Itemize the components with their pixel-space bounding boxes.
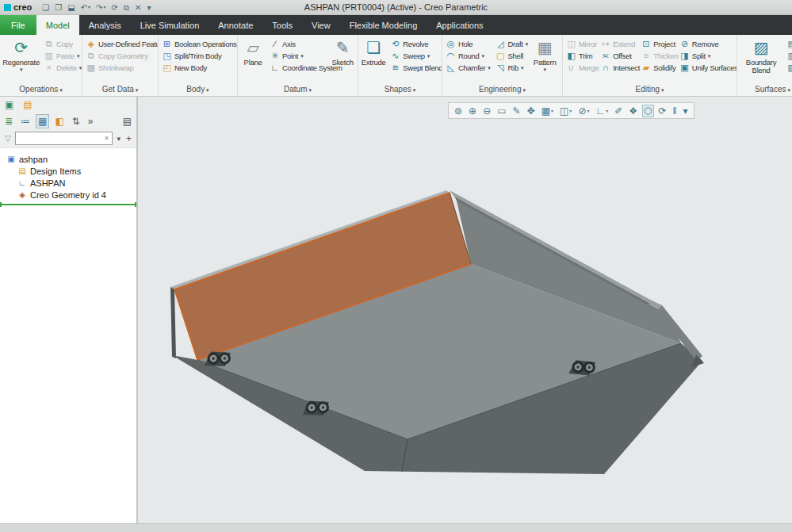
zoom-out-icon[interactable]: ⊖	[482, 105, 492, 117]
solidify-button[interactable]: ▰Solidify	[639, 63, 677, 73]
display-style-icon[interactable]: ◫▾	[559, 105, 572, 117]
shapes-group-label[interactable]: Shapes ▾	[358, 84, 442, 96]
editing-group-label[interactable]: Editing ▾	[563, 84, 737, 96]
tree-item-ashpan[interactable]: ▣ashpan	[0, 153, 136, 165]
coordinate-system-button[interactable]: ∟Coordinate System	[268, 63, 327, 73]
clear-filter-icon[interactable]: ×	[103, 134, 111, 143]
folder-browser-icon[interactable]: ▤	[21, 98, 33, 111]
refit-icon[interactable]: ▭	[496, 105, 507, 117]
boundary-blend-button[interactable]: ▨Boundary Blend	[739, 36, 783, 75]
intersect-button[interactable]: ∩Intersect	[599, 63, 638, 73]
appearance-gallery-icon[interactable]: ❖	[628, 105, 638, 117]
tab-view[interactable]: View	[302, 15, 340, 35]
copy-button[interactable]: ⧉Copy	[42, 39, 80, 49]
section-icon[interactable]: ⊘▾	[577, 105, 590, 117]
delete-button[interactable]: ×Delete▾	[42, 63, 80, 73]
open-file-icon[interactable]: ❐	[52, 1, 64, 14]
annotation-display-icon[interactable]: ✐	[614, 105, 623, 117]
plane-button[interactable]: ▱Plane	[239, 36, 266, 67]
new-body-button[interactable]: ◰New Body	[160, 63, 235, 73]
shell-button[interactable]: ▢Shell	[494, 51, 530, 61]
body-group-label[interactable]: Body ▾	[159, 84, 237, 96]
tree-item-ashpan[interactable]: ∟ASHPAN	[0, 177, 136, 189]
filter-funnel-icon[interactable]: ▽	[3, 132, 13, 145]
collapse-expand-icon[interactable]: ⇅	[71, 115, 82, 128]
spin-center-icon[interactable]: ✥	[526, 105, 536, 117]
tree-display-icon[interactable]: ▦	[36, 115, 48, 128]
qat-customize-icon[interactable]: ▾	[144, 1, 153, 14]
redo-icon[interactable]: ↷▾	[94, 1, 108, 14]
pattern-button[interactable]: ▦Pattern▾	[531, 36, 559, 73]
tab-model[interactable]: Model	[36, 15, 79, 35]
thicken-button[interactable]: ≡Thicken	[639, 51, 677, 61]
tab-analysis[interactable]: Analysis	[79, 15, 131, 35]
add-filter-icon[interactable]: +	[124, 133, 133, 144]
datum-group-label[interactable]: Datum ▾	[238, 84, 358, 96]
mirror-button[interactable]: ◫Mirror	[564, 39, 598, 49]
shrinkwrap-button[interactable]: ▩Shrinkwrap	[84, 63, 156, 73]
datum-display-icon[interactable]: ∟▾	[595, 105, 609, 117]
surface-tool-icon-button[interactable]: ▤	[785, 39, 792, 49]
save-icon[interactable]: ⬓	[65, 1, 77, 14]
zoom-window-icon[interactable]: ⊚	[453, 105, 463, 117]
tree-columns-icon[interactable]: ≔	[19, 115, 32, 128]
surface-tool-icon-button[interactable]: ▧	[785, 63, 792, 73]
unify-surfaces-button[interactable]: ▣Unify Surfaces	[678, 63, 735, 73]
paste-button[interactable]: ▥Paste▾	[42, 51, 80, 61]
rib-button[interactable]: ◹Rib▾	[494, 63, 530, 73]
revolve-button[interactable]: ⟲Revolve	[388, 39, 440, 49]
tab-file[interactable]: File	[0, 15, 36, 35]
window-settings-icon[interactable]: ⧉	[121, 1, 132, 14]
tab-flexible-modeling[interactable]: Flexible Modeling	[340, 15, 427, 35]
sweep-button[interactable]: ∿Sweep▾	[388, 51, 440, 61]
round-button[interactable]: ◠Round▾	[444, 51, 492, 61]
more-options-icon[interactable]: »	[86, 115, 95, 128]
model-canvas[interactable]	[138, 97, 792, 523]
chamfer-button[interactable]: ◺Chamfer▾	[444, 63, 492, 73]
project-button[interactable]: ⊡Project	[639, 39, 677, 49]
merge-button[interactable]: ∪Merge	[564, 63, 598, 73]
tab-live-simulation[interactable]: Live Simulation	[131, 15, 209, 35]
perspective-view-icon[interactable]: ⬡	[643, 105, 652, 117]
get-data-group-label[interactable]: Get Data ▾	[82, 84, 158, 96]
point-button[interactable]: ✳Point▾	[268, 51, 327, 61]
hole-button[interactable]: ◎Hole	[444, 39, 492, 49]
highlight-geometry-icon[interactable]: ◧	[53, 115, 65, 128]
draft-button[interactable]: ◿Draft▾	[494, 39, 530, 49]
saved-orientations-icon[interactable]: ▦▾	[541, 105, 554, 117]
model-tree-tab-icon[interactable]: ▣	[3, 98, 15, 111]
offset-button[interactable]: ≍Offset	[599, 51, 638, 61]
surfaces-group-label[interactable]: Surfaces ▾	[737, 84, 792, 96]
regenerate-small-icon[interactable]: ⟳	[109, 1, 120, 14]
close-window-icon[interactable]: ✕	[132, 1, 143, 14]
tab-applications[interactable]: Applications	[427, 15, 492, 35]
engineering-group-label[interactable]: Engineering ▾	[442, 84, 562, 96]
tree-insert-indicator[interactable]	[0, 204, 136, 205]
remove-button[interactable]: ⊘Remove	[678, 39, 735, 49]
pan-left-edge-face[interactable]	[170, 287, 176, 358]
more-tools-icon[interactable]: ▾	[683, 105, 689, 117]
split-trim-body-button[interactable]: ◳Split/Trim Body	[160, 51, 235, 61]
repaint-icon[interactable]: ✎	[512, 105, 522, 117]
tree-filter-input[interactable]	[17, 134, 103, 143]
surface-tool-icon-button[interactable]: ▥	[785, 51, 792, 61]
undo-icon[interactable]: ↶▾	[78, 1, 93, 14]
graphics-area[interactable]: ⊚⊕⊖▭✎✥▦▾◫▾⊘▾∟▾✐❖⬡⟳‖▾	[138, 97, 792, 523]
zoom-in-icon[interactable]: ⊕	[468, 105, 477, 117]
trim-button[interactable]: ◧Trim	[564, 51, 598, 61]
split-button[interactable]: ◨Split▾	[678, 51, 735, 61]
tree-item-design-items[interactable]: ▤Design Items	[0, 165, 136, 177]
refresh-icon[interactable]: ⟳	[658, 105, 668, 117]
copy-geometry-button[interactable]: ⧉Copy Geometry	[84, 51, 156, 61]
boolean-operations-button[interactable]: ⊞Boolean Operations	[160, 39, 235, 49]
sketch-button[interactable]: ✎Sketch	[329, 36, 356, 67]
extend-button[interactable]: ↦Extend	[599, 39, 638, 49]
tab-tools[interactable]: Tools	[262, 15, 302, 35]
tree-item-creo-geometry-id-4[interactable]: ◈Creo Geometry id 4	[0, 189, 136, 201]
axis-button[interactable]: ∕Axis	[268, 39, 327, 49]
filter-options-caret-icon[interactable]: ▾	[115, 135, 122, 143]
pause-icon[interactable]: ‖	[672, 105, 678, 117]
tree-panel-icon[interactable]: ▤	[121, 115, 133, 128]
tab-annotate[interactable]: Annotate	[209, 15, 262, 35]
user-defined-feature-button[interactable]: ◈User-Defined Feature	[84, 39, 156, 49]
